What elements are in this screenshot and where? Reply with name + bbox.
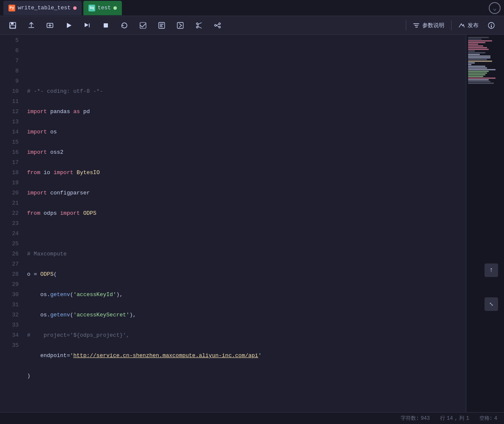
upload-button[interactable] (25, 19, 37, 31)
svg-point-13 (413, 23, 414, 24)
sql-icon: Sq (88, 5, 95, 11)
tab-python-label: write_table_test (18, 5, 71, 11)
toolbar-divider-2 (451, 20, 452, 30)
flow-button[interactable] (212, 19, 223, 31)
row-info: 行 14 , 列 1 (440, 415, 469, 422)
params-label: 参数说明 (422, 22, 444, 29)
publish-button[interactable]: 发布 (458, 22, 479, 29)
svg-rect-5 (140, 22, 146, 28)
toolbar-right: 参数说明 发布 (406, 19, 497, 31)
python-icon: Py (8, 5, 15, 11)
status-bar: 字符数: 943 行 14 , 列 1 空格: 4 (0, 412, 504, 424)
tab-sql-dot (113, 6, 117, 10)
space-info: 空格: 4 (479, 415, 497, 422)
tab-bar-right: ⌄ (489, 2, 501, 14)
template-button[interactable] (156, 19, 168, 31)
minimap-content (466, 35, 504, 86)
col-separator: , (454, 416, 457, 421)
refresh-button[interactable] (118, 19, 130, 31)
tab-python-dot (73, 6, 77, 10)
space-label: 空格: (479, 415, 493, 422)
char-count: 字符数: 943 (401, 415, 430, 422)
code-editor[interactable]: # -*- coding: utf-8 -*- import pandas as… (24, 35, 466, 412)
run-button[interactable] (63, 19, 74, 31)
publish-label: 发布 (468, 22, 479, 29)
svg-rect-18 (491, 25, 492, 28)
row-label: 行 (440, 415, 445, 422)
space-value: 4 (494, 416, 497, 421)
col-label: 列 (459, 415, 464, 422)
char-count-label: 字符数: (401, 415, 419, 422)
char-count-value: 943 (421, 416, 430, 421)
check-button[interactable] (137, 19, 149, 31)
run-selected-button[interactable] (81, 19, 93, 31)
toolbar: 参数说明 发布 (0, 16, 504, 35)
svg-point-11 (219, 23, 220, 25)
svg-rect-2 (10, 25, 15, 28)
tab-python[interactable]: Py write_table_test (3, 1, 82, 15)
row-value: 14 (447, 416, 453, 421)
publish-local-button[interactable] (44, 19, 56, 31)
line-numbers: 5 6 7 8 9 10 11 12 13 14 15 16 17 18 19 … (0, 35, 24, 412)
params-button[interactable]: 参数说明 (413, 22, 444, 29)
editor-container: 5 6 7 8 9 10 11 12 13 14 15 16 17 18 19 … (0, 35, 504, 412)
svg-rect-4 (104, 23, 108, 28)
svg-rect-1 (11, 22, 14, 25)
scissors-button[interactable] (193, 19, 205, 31)
collapse-editor-btn[interactable]: ⤡ (485, 297, 498, 311)
stop-button[interactable] (100, 19, 112, 31)
svg-point-12 (219, 26, 220, 28)
minimap (466, 35, 504, 412)
svg-point-14 (415, 25, 416, 26)
svg-rect-7 (177, 22, 183, 28)
expand-btn[interactable]: ↑ (485, 263, 498, 277)
more-button[interactable] (485, 19, 497, 31)
col-value: 1 (466, 416, 469, 421)
collapse-button[interactable]: ⌄ (489, 2, 501, 14)
tab-sql[interactable]: Sq test (83, 1, 122, 15)
save-button[interactable] (7, 19, 19, 31)
svg-point-17 (491, 24, 492, 25)
tab-bar: Py write_table_test Sq test ⌄ (0, 0, 504, 16)
tab-sql-label: test (98, 5, 111, 11)
next-button[interactable] (174, 19, 186, 31)
toolbar-divider (406, 20, 406, 30)
app-container: Py write_table_test Sq test ⌄ (0, 0, 504, 424)
svg-point-15 (417, 27, 418, 28)
